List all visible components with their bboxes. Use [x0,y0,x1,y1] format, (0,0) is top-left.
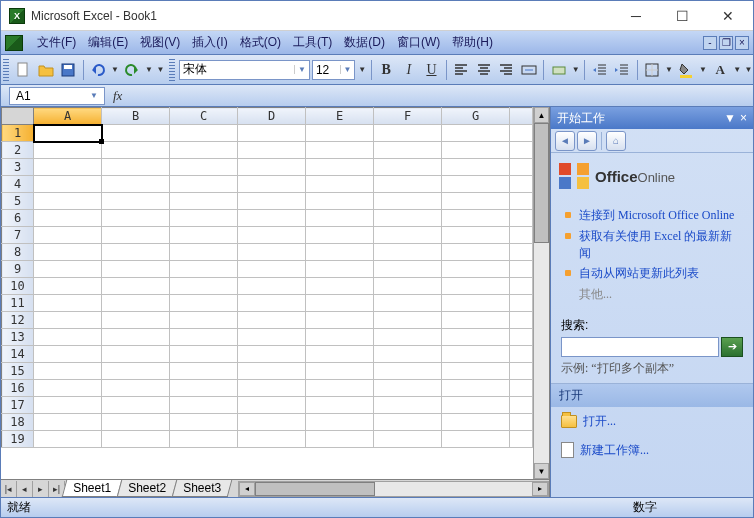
link-connect[interactable]: 连接到 Microsoft Office Online [579,207,734,224]
cell[interactable] [238,125,306,142]
scroll-up-icon[interactable]: ▲ [534,107,549,123]
cell[interactable] [34,380,102,397]
cell[interactable] [442,363,510,380]
cell[interactable] [238,431,306,448]
doc-close-button[interactable]: × [735,36,749,50]
taskpane-close-button[interactable]: × [740,111,747,125]
cell[interactable] [374,227,442,244]
undo-button[interactable] [88,59,109,81]
cell[interactable] [170,125,238,142]
sheet-tab-2[interactable]: Sheet2 [117,480,178,497]
cell[interactable] [374,397,442,414]
cell[interactable] [102,142,170,159]
cell[interactable] [374,244,442,261]
cell[interactable] [102,278,170,295]
row-header[interactable]: 14 [2,346,34,363]
fill-dropdown[interactable]: ▼ [698,65,707,74]
cell[interactable] [374,312,442,329]
cell[interactable] [102,295,170,312]
toolbar-options-2[interactable]: ▼ [744,65,753,74]
cell[interactable] [306,278,374,295]
row-header[interactable]: 13 [2,329,34,346]
tab-next-button[interactable]: ▸ [33,481,49,497]
menu-window[interactable]: 窗口(W) [391,32,446,53]
cell[interactable] [306,193,374,210]
link-update[interactable]: 自动从网站更新此列表 [579,265,699,282]
cell[interactable] [34,159,102,176]
borders-button[interactable] [642,59,663,81]
cell[interactable] [442,414,510,431]
cell[interactable] [34,176,102,193]
cell[interactable] [238,261,306,278]
cell[interactable] [442,227,510,244]
row-header[interactable]: 7 [2,227,34,244]
cell[interactable] [170,414,238,431]
sheet-tab-1[interactable]: Sheet1 [62,480,123,497]
cell[interactable] [34,210,102,227]
scroll-right-icon[interactable]: ▸ [532,482,548,496]
menu-format[interactable]: 格式(O) [234,32,287,53]
toolbar-grip-icon[interactable] [3,59,9,81]
maximize-button[interactable]: ☐ [659,2,705,30]
cell[interactable] [170,244,238,261]
cell[interactable] [170,346,238,363]
decrease-indent-button[interactable] [589,59,610,81]
cell[interactable] [306,397,374,414]
cell[interactable] [102,329,170,346]
cell[interactable] [34,227,102,244]
cell[interactable] [170,176,238,193]
minimize-button[interactable]: ─ [613,2,659,30]
cell[interactable] [34,244,102,261]
menu-view[interactable]: 视图(V) [134,32,186,53]
nav-back-button[interactable]: ◄ [555,131,575,151]
cell[interactable] [306,159,374,176]
cell[interactable] [102,210,170,227]
cell[interactable] [442,159,510,176]
tab-prev-button[interactable]: ◂ [17,481,33,497]
cell[interactable] [374,261,442,278]
cell[interactable] [374,431,442,448]
cell[interactable] [374,125,442,142]
cell[interactable] [238,397,306,414]
horizontal-scrollbar[interactable]: ◂ ▸ [238,481,549,497]
cell[interactable] [306,142,374,159]
cell[interactable] [442,397,510,414]
cell[interactable] [102,380,170,397]
vertical-scrollbar[interactable]: ▲ ▼ [533,107,549,479]
taskpane-menu-button[interactable]: ▼ [724,111,736,125]
menu-file[interactable]: 文件(F) [31,32,82,53]
cell[interactable] [170,159,238,176]
cell[interactable] [34,431,102,448]
doc-minimize-button[interactable]: - [703,36,717,50]
cell[interactable] [102,176,170,193]
cell[interactable] [238,278,306,295]
row-header[interactable]: 3 [2,159,34,176]
doc-restore-button[interactable]: ❐ [719,36,733,50]
toolbar-grip-icon[interactable] [169,59,175,81]
align-center-button[interactable] [473,59,494,81]
cell[interactable] [238,159,306,176]
cell[interactable] [442,142,510,159]
cell[interactable] [170,380,238,397]
cell[interactable] [170,329,238,346]
row-header[interactable]: 8 [2,244,34,261]
cell[interactable] [170,431,238,448]
cell[interactable] [170,312,238,329]
open-link-row[interactable]: 打开... [551,407,753,436]
cell[interactable] [442,261,510,278]
cell[interactable] [306,210,374,227]
scroll-left-icon[interactable]: ◂ [239,482,255,496]
cell[interactable] [238,380,306,397]
cell[interactable] [442,346,510,363]
fx-icon[interactable]: fx [113,88,122,104]
spreadsheet-grid[interactable]: ABCDEFG12345678910111213141516171819 [1,107,533,479]
cell[interactable] [442,176,510,193]
scroll-thumb[interactable] [534,123,549,243]
cell[interactable] [102,125,170,142]
menu-data[interactable]: 数据(D) [338,32,391,53]
nav-home-button[interactable]: ⌂ [606,131,626,151]
cell[interactable] [102,414,170,431]
font-size-combo[interactable]: 12▼ [312,60,356,80]
size-dropdown[interactable]: ▼ [357,65,366,74]
name-box[interactable]: A1▼ [9,87,105,105]
